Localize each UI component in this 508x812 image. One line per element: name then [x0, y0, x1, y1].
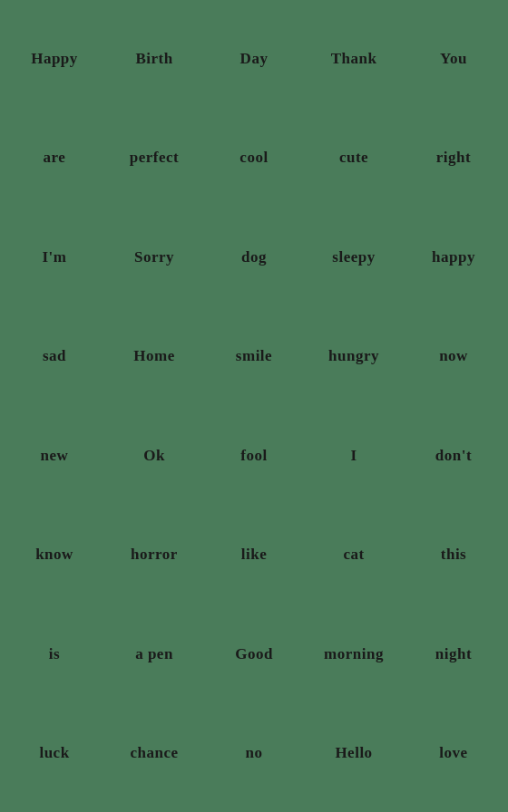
word-text-luck: luck — [39, 744, 69, 762]
word-text-im: I'm — [43, 248, 67, 266]
word-text-happy: Happy — [31, 50, 78, 68]
word-text-no: no — [246, 744, 263, 762]
word-cell-hungry[interactable]: hungry — [304, 307, 404, 407]
word-cell-hello[interactable]: Hello — [304, 704, 404, 804]
word-cell-good[interactable]: Good — [204, 604, 304, 704]
word-cell-smile[interactable]: smile — [204, 307, 304, 407]
word-cell-fool[interactable]: fool — [204, 406, 304, 506]
word-cell-apen[interactable]: a pen — [104, 604, 204, 704]
word-text-perfect: perfect — [130, 149, 179, 167]
word-cell-know[interactable]: know — [5, 506, 104, 605]
word-cell-sad[interactable]: sad — [5, 307, 104, 407]
word-cell-no[interactable]: no — [204, 704, 304, 804]
word-cell-cool[interactable]: cool — [204, 109, 304, 208]
word-text-dont: don't — [435, 447, 472, 465]
word-text-right: right — [436, 149, 471, 167]
word-grid: HappyBirthDayThankYouareperfectcoolcuter… — [0, 0, 508, 812]
word-cell-now[interactable]: now — [404, 307, 503, 407]
word-cell-right[interactable]: right — [404, 109, 503, 208]
word-text-day: Day — [240, 50, 269, 68]
word-cell-morning[interactable]: morning — [304, 604, 404, 704]
word-cell-dog[interactable]: dog — [204, 208, 304, 307]
word-cell-happy2[interactable]: happy — [404, 208, 503, 307]
word-text-sleepy: sleepy — [332, 248, 375, 266]
word-text-birth: Birth — [135, 50, 172, 68]
word-text-are: are — [44, 149, 66, 167]
word-text-dog: dog — [241, 248, 267, 266]
word-text-cute: cute — [339, 149, 368, 167]
word-text-cat: cat — [343, 546, 364, 564]
word-text-apen: a pen — [135, 645, 173, 663]
word-text-love: love — [439, 744, 467, 762]
word-cell-this[interactable]: this — [404, 506, 503, 605]
word-cell-are[interactable]: are — [5, 109, 104, 208]
word-cell-dont[interactable]: don't — [404, 406, 503, 506]
word-text-fool: fool — [240, 447, 267, 465]
word-cell-cat[interactable]: cat — [304, 506, 404, 605]
word-cell-new[interactable]: new — [5, 406, 104, 506]
word-cell-birth[interactable]: Birth — [104, 9, 204, 109]
word-cell-love[interactable]: love — [404, 704, 503, 804]
word-text-sorry: Sorry — [134, 248, 174, 266]
word-text-cool: cool — [239, 149, 268, 167]
word-text-night: night — [435, 645, 472, 663]
word-text-horror: horror — [131, 546, 178, 564]
word-text-now: now — [439, 347, 468, 365]
word-text-home: Home — [133, 347, 174, 365]
word-cell-im[interactable]: I'm — [5, 208, 104, 307]
word-cell-thank[interactable]: Thank — [304, 9, 404, 109]
word-cell-chance[interactable]: chance — [104, 704, 204, 804]
word-cell-luck[interactable]: luck — [5, 704, 104, 804]
word-cell-day[interactable]: Day — [204, 9, 304, 109]
word-text-this: this — [441, 546, 466, 564]
word-cell-night[interactable]: night — [404, 604, 503, 704]
word-text-thank: Thank — [331, 50, 377, 68]
word-cell-horror[interactable]: horror — [104, 506, 204, 605]
word-cell-cute[interactable]: cute — [304, 109, 404, 208]
word-text-i: I — [350, 447, 357, 465]
word-cell-sleepy[interactable]: sleepy — [304, 208, 404, 307]
word-text-you: You — [440, 50, 467, 68]
word-cell-like[interactable]: like — [204, 506, 304, 605]
word-text-like: like — [241, 546, 267, 564]
word-text-ok: Ok — [143, 447, 165, 465]
word-text-happy2: happy — [432, 248, 475, 266]
word-text-good: Good — [235, 645, 273, 663]
word-cell-ok[interactable]: Ok — [104, 406, 204, 506]
word-text-chance: chance — [130, 744, 178, 762]
word-text-hello: Hello — [335, 744, 372, 762]
word-text-know: know — [35, 546, 73, 564]
word-text-hungry: hungry — [328, 347, 379, 365]
word-text-new: new — [41, 447, 69, 465]
word-cell-i[interactable]: I — [304, 406, 404, 506]
word-text-morning: morning — [324, 645, 384, 663]
word-cell-you[interactable]: You — [404, 9, 503, 109]
word-text-sad: sad — [43, 347, 66, 365]
word-text-smile: smile — [236, 347, 272, 365]
word-cell-sorry[interactable]: Sorry — [104, 208, 204, 307]
word-text-is: is — [49, 645, 60, 663]
word-cell-happy[interactable]: Happy — [5, 9, 104, 109]
word-cell-home[interactable]: Home — [104, 307, 204, 407]
word-cell-is[interactable]: is — [5, 604, 104, 704]
word-cell-perfect[interactable]: perfect — [104, 109, 204, 208]
